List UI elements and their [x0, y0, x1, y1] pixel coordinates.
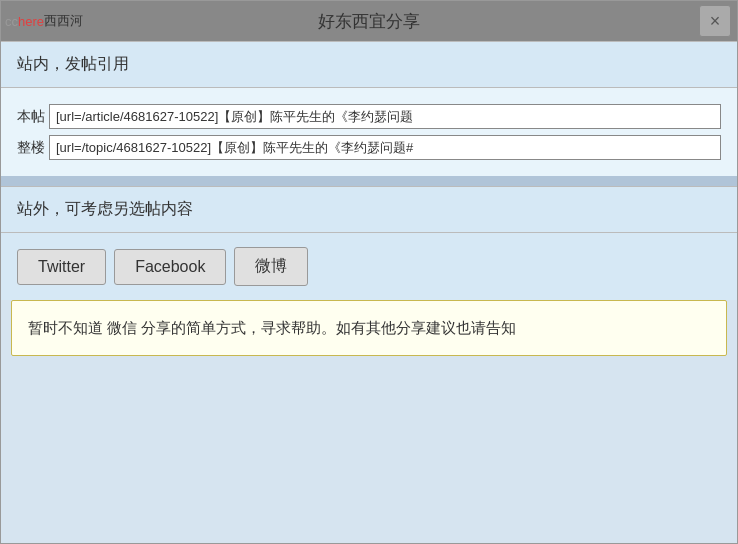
post-label: 本帖: [17, 108, 49, 126]
title-bar: cc here 西西河 好东西宜分享 ×: [1, 1, 737, 41]
close-button[interactable]: ×: [699, 5, 731, 37]
thread-url-input[interactable]: [49, 135, 721, 160]
thread-label: 整楼: [17, 139, 49, 157]
site-section-content: 本帖 整楼: [1, 88, 737, 176]
thread-url-row: 整楼: [17, 135, 721, 160]
post-url-input[interactable]: [49, 104, 721, 129]
notice-box: 暂时不知道 微信 分享的简单方式，寻求帮助。如有其他分享建议也请告知: [11, 300, 727, 356]
post-url-row: 本帖: [17, 104, 721, 129]
watermark-here: here: [18, 14, 44, 29]
outside-section-header: 站外，可考虑另选帖内容: [1, 186, 737, 233]
site-section-header: 站内，发帖引用: [1, 41, 737, 88]
weibo-button[interactable]: 微博: [234, 247, 308, 286]
facebook-button[interactable]: Facebook: [114, 249, 226, 285]
twitter-button[interactable]: Twitter: [17, 249, 106, 285]
watermark-cc: cc: [5, 14, 18, 29]
section-divider: [1, 176, 737, 186]
watermark: cc here 西西河: [1, 1, 83, 41]
dialog-title: 好东西宜分享: [318, 10, 420, 33]
share-buttons-row: Twitter Facebook 微博: [1, 233, 737, 300]
watermark-xi: 西西河: [44, 12, 83, 30]
notice-text: 暂时不知道 微信 分享的简单方式，寻求帮助。如有其他分享建议也请告知: [28, 319, 516, 336]
dialog: cc here 西西河 好东西宜分享 × 站内，发帖引用 本帖 整楼 站外，可考…: [0, 0, 738, 544]
